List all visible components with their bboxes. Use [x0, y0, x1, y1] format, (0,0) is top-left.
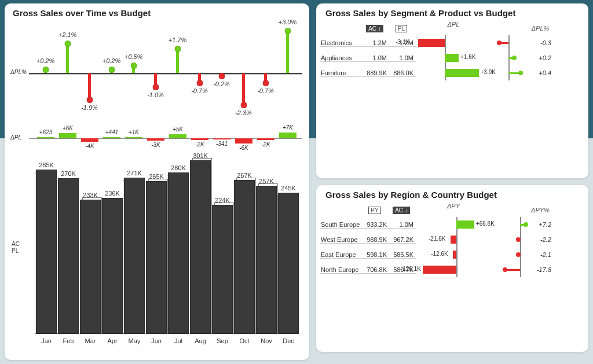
panel-title: Gross Sales by Segment & Product vs Budg…: [325, 8, 585, 18]
value-label: +5K: [173, 126, 183, 133]
panel-sales-by-segment: Gross Sales by Segment & Product vs Budg…: [316, 3, 588, 178]
value-label: -341: [216, 141, 228, 147]
bar[interactable]: [124, 178, 145, 334]
value-label: 224K: [211, 197, 234, 204]
header-dpl-pct: ΔPL%: [532, 25, 550, 32]
bar[interactable]: [146, 181, 167, 334]
row-name: South Europe: [320, 221, 363, 229]
panel-sales-over-time: Gross Sales over Time vs Budget ΔPL% +0.…: [5, 3, 309, 360]
category-label: Apr: [101, 337, 124, 344]
row-name: Appliances: [320, 54, 363, 62]
header-row: AC ↓ PL ΔPL ΔPL%: [320, 21, 585, 35]
category-label: Jun: [145, 337, 168, 344]
value-label: 233K: [79, 192, 102, 198]
header-dpl: ΔPL: [448, 21, 460, 28]
value-label: -0.2%: [213, 80, 230, 87]
category-label: Jul: [167, 337, 190, 344]
bar[interactable]: [58, 178, 79, 334]
value-label: 265K: [145, 173, 168, 180]
value-label: 280K: [167, 164, 190, 171]
chart-ac-bars[interactable]: ACPL 285KJan270KFeb233KMar236KApr271KMay…: [7, 153, 307, 344]
header-py[interactable]: PY: [368, 207, 380, 214]
region-rows: South Europe933.2K1.0M+66.8K+7.2West Eur…: [320, 217, 585, 277]
value-label: +0.2%: [36, 57, 55, 64]
row-name: East Europe: [320, 251, 363, 259]
header-dpy-pct: ΔPY%: [531, 207, 550, 214]
header-pl[interactable]: PL: [396, 25, 407, 32]
category-label: Dec: [277, 337, 300, 344]
value-label: +6K: [63, 125, 73, 131]
category-label: Oct: [233, 337, 256, 344]
table-row[interactable]: East Europe598.1K585.5K-12.6K-2.1: [320, 247, 585, 262]
value-label: 245K: [277, 185, 300, 192]
value-label: -0.7%: [257, 87, 274, 94]
category-label: Feb: [57, 337, 80, 344]
value-label: +0.5%: [125, 53, 143, 60]
value-label: +623: [39, 129, 53, 135]
table-row[interactable]: West Europe988.9K967.2K-21.6K-2.2: [320, 232, 585, 247]
bar[interactable]: [278, 193, 299, 334]
value-label: 270K: [57, 170, 80, 177]
axis-label-dpl: ΔPL: [10, 134, 21, 141]
category-label: Sep: [211, 337, 234, 344]
bar[interactable]: [102, 198, 123, 334]
category-label: Jan: [35, 337, 58, 344]
table-row[interactable]: South Europe933.2K1.0M+66.8K+7.2: [320, 217, 585, 232]
bar[interactable]: [80, 200, 101, 334]
row-name: Furniture: [320, 69, 363, 77]
value-label: 267K: [233, 172, 256, 179]
category-label: Aug: [189, 337, 212, 344]
table-row[interactable]: Furniture889.9K886.0K+3.9K+0.4: [320, 65, 585, 80]
panel-title: Gross Sales by Region & Country Budget: [325, 190, 585, 200]
value-label: +441: [105, 129, 119, 135]
category-label: Mar: [79, 337, 102, 344]
value-label: -2K: [261, 141, 270, 148]
header-dpy: ΔPY: [447, 203, 460, 209]
value-label: 236K: [101, 190, 124, 197]
bar[interactable]: [212, 205, 233, 334]
category-label: May: [123, 337, 146, 344]
chart-delta-pl[interactable]: ΔPL +623+6K-4K+441+1K-3K+5K-2K-341-6K-2K…: [7, 126, 307, 151]
value-label: 271K: [123, 170, 146, 177]
value-label: -6K: [239, 145, 248, 151]
legend-ac-pl: ACPL: [12, 241, 20, 255]
row-name: Electronics: [320, 39, 363, 47]
value-label: -4K: [85, 143, 94, 149]
bar[interactable]: [36, 170, 57, 334]
value-label: -3K: [151, 142, 160, 148]
row-name: West Europe: [320, 236, 363, 244]
value-label: +3.0%: [279, 19, 297, 25]
value-label: +7K: [283, 124, 293, 131]
value-label: -2.3%: [235, 109, 252, 116]
bar[interactable]: [234, 180, 255, 334]
header-ac[interactable]: AC ↓: [393, 207, 410, 214]
bar[interactable]: [168, 172, 189, 334]
value-label: -1.0%: [147, 91, 164, 98]
value-label: 285K: [35, 161, 58, 168]
header-row: PY AC ↓ ΔPY ΔPY%: [320, 203, 585, 217]
value-label: -1.9%: [81, 104, 98, 111]
category-label: Nov: [255, 337, 278, 344]
table-row[interactable]: Appliances1.0M1.0M+1.6K+0.2: [320, 50, 585, 65]
value-label: -0.7%: [191, 87, 208, 94]
segment-rows: Electronics1.2M1.2M-3.1K-0.3Appliances1.…: [320, 35, 585, 80]
value-label: 257K: [255, 178, 278, 185]
axis-label-dpl-pct: ΔPL%: [10, 69, 27, 75]
header-ac[interactable]: AC ↓: [366, 25, 383, 32]
chart-delta-pl-pct[interactable]: ΔPL% +0.2%+2.1%-1.9%+0.2%+0.5%-1.0%+1.7%…: [7, 21, 307, 124]
row-name: North Europe: [320, 266, 363, 274]
bar[interactable]: [256, 186, 277, 334]
table-row[interactable]: North Europe706.8K580.7K-126.1K-17.8: [320, 262, 585, 277]
value-label: +1.7%: [169, 36, 187, 43]
value-label: +1K: [129, 129, 139, 135]
value-label: +0.2%: [103, 57, 121, 64]
bar[interactable]: [190, 160, 211, 334]
panel-sales-by-region: Gross Sales by Region & Country Budget P…: [316, 185, 588, 352]
panel-title: Gross Sales over Time vs Budget: [13, 8, 307, 18]
value-label: -2K: [195, 141, 204, 148]
table-row[interactable]: Electronics1.2M1.2M-3.1K-0.3: [320, 35, 585, 50]
value-label: 301K: [189, 152, 212, 159]
value-label: +2.1%: [58, 31, 77, 38]
